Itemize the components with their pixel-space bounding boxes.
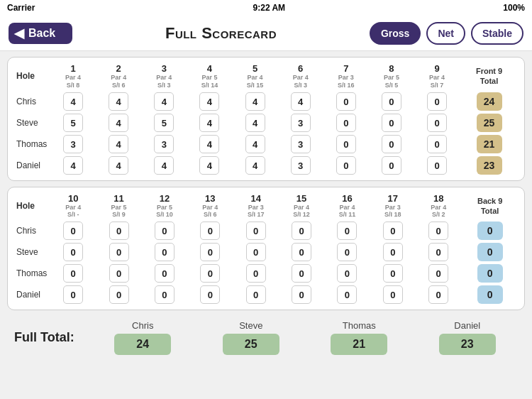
table-row: Thomas34344300021 [13,133,519,155]
score-cell-4[interactable]: 4 [187,155,232,176]
score-cell-5[interactable]: 4 [233,91,278,112]
score-cell-12[interactable]: 0 [142,220,187,241]
score-cell-14[interactable]: 0 [233,263,279,284]
carrier-label: Carrier [7,3,35,13]
back9-total-header: Back 9Total [461,192,519,221]
score-cell-1[interactable]: 5 [50,112,96,133]
score-cell-6[interactable]: 3 [278,155,323,176]
score-cell-12[interactable]: 0 [142,241,187,263]
score-cell-9[interactable]: 0 [414,133,460,155]
score-cell-18[interactable]: 0 [416,263,461,284]
score-cell-10[interactable]: 0 [50,263,96,284]
score-cell-10[interactable]: 0 [50,220,96,241]
score-cell-9[interactable]: 0 [414,155,460,176]
score-cell-16[interactable]: 0 [324,263,370,284]
score-cell-5[interactable]: 4 [233,155,278,176]
score-cell-10[interactable]: 0 [50,241,96,263]
score-cell-4[interactable]: 4 [187,133,232,155]
score-cell-3[interactable]: 5 [141,112,187,133]
player-total-value: 21 [331,334,387,355]
hole-header-front: Hole [13,62,50,91]
status-bar: Carrier 9:22 AM 100% [0,0,532,16]
score-cell-7[interactable]: 0 [323,155,369,176]
score-cell-12[interactable]: 0 [142,284,187,305]
gross-mode-button[interactable]: Gross [370,22,421,45]
back9-total-cell: 0 [461,263,519,284]
score-cell-16[interactable]: 0 [324,284,370,305]
score-cell-14[interactable]: 0 [233,220,279,241]
back-button[interactable]: ◀ Back [9,23,72,44]
score-cell-17[interactable]: 0 [370,284,416,305]
hole-6-header: 6Par 4S/I 3 [278,62,323,91]
score-cell-16[interactable]: 0 [324,220,370,241]
score-cell-15[interactable]: 0 [279,241,324,263]
score-cell-13[interactable]: 0 [187,220,233,241]
score-cell-13[interactable]: 0 [187,241,233,263]
score-cell-9[interactable]: 0 [414,91,460,112]
player-total-column: Chris24 [92,320,194,355]
score-cell-11[interactable]: 0 [96,284,141,305]
net-mode-button[interactable]: Net [426,22,465,45]
player-name: Daniel [13,284,50,305]
score-cell-7[interactable]: 0 [323,91,369,112]
score-cell-1[interactable]: 3 [50,133,96,155]
score-cell-8[interactable]: 0 [369,112,414,133]
score-cell-10[interactable]: 0 [50,284,96,305]
score-cell-8[interactable]: 0 [369,155,414,176]
stable-mode-button[interactable]: Stable [471,22,523,45]
score-cell-4[interactable]: 4 [187,112,232,133]
back9-table: Hole 10Par 4S/I - 11Par 5S/I 9 12Par 5S/… [13,192,519,306]
score-cell-8[interactable]: 0 [369,91,414,112]
score-cell-17[interactable]: 0 [370,263,416,284]
score-cell-4[interactable]: 4 [187,91,232,112]
score-cell-3[interactable]: 4 [141,91,187,112]
front9-total-cell: 24 [460,91,519,112]
score-cell-5[interactable]: 4 [233,133,278,155]
score-cell-2[interactable]: 4 [96,91,141,112]
front9-total-header: Front 9Total [460,62,519,91]
score-cell-18[interactable]: 0 [416,241,461,263]
score-cell-12[interactable]: 0 [142,263,187,284]
score-cell-5[interactable]: 4 [233,112,278,133]
score-cell-18[interactable]: 0 [416,284,461,305]
score-cell-15[interactable]: 0 [279,284,324,305]
score-cell-13[interactable]: 0 [187,263,233,284]
score-cell-15[interactable]: 0 [279,220,324,241]
score-cell-8[interactable]: 0 [369,133,414,155]
hole-4-header: 4Par 5S/I 14 [187,62,232,91]
score-cell-11[interactable]: 0 [96,263,141,284]
player-total-column: Steve25 [201,320,302,355]
score-cell-3[interactable]: 4 [141,155,187,176]
score-cell-6[interactable]: 4 [278,91,323,112]
full-total-label: Full Total: [14,330,85,345]
score-cell-1[interactable]: 4 [50,155,96,176]
score-cell-2[interactable]: 4 [96,155,141,176]
score-cell-2[interactable]: 4 [96,112,141,133]
score-cell-16[interactable]: 0 [324,241,370,263]
player-name: Steve [13,241,50,263]
score-cell-6[interactable]: 3 [278,133,323,155]
hole-14-header: 14Par 3S/I 17 [233,192,279,221]
score-cell-18[interactable]: 0 [416,220,461,241]
score-cell-2[interactable]: 4 [96,133,141,155]
score-cell-7[interactable]: 0 [323,133,369,155]
score-cell-14[interactable]: 0 [233,241,279,263]
score-cell-17[interactable]: 0 [370,220,416,241]
table-row: Daniel0000000000 [13,284,519,305]
hole-12-header: 12Par 5S/I 10 [142,192,187,221]
score-cell-7[interactable]: 0 [323,112,369,133]
score-cell-13[interactable]: 0 [187,284,233,305]
player-name: Chris [13,220,50,241]
score-cell-11[interactable]: 0 [96,241,141,263]
hole-1-header: 1Par 4S/I 8 [50,62,96,91]
score-cell-3[interactable]: 3 [141,133,187,155]
score-cell-14[interactable]: 0 [233,284,279,305]
score-cell-6[interactable]: 3 [278,112,323,133]
score-cell-17[interactable]: 0 [370,241,416,263]
score-cell-1[interactable]: 4 [50,91,96,112]
front9-total-cell: 23 [460,155,519,176]
score-cell-15[interactable]: 0 [279,263,324,284]
score-cell-11[interactable]: 0 [96,220,141,241]
score-cell-9[interactable]: 0 [414,112,460,133]
back9-total-cell: 0 [461,284,519,305]
